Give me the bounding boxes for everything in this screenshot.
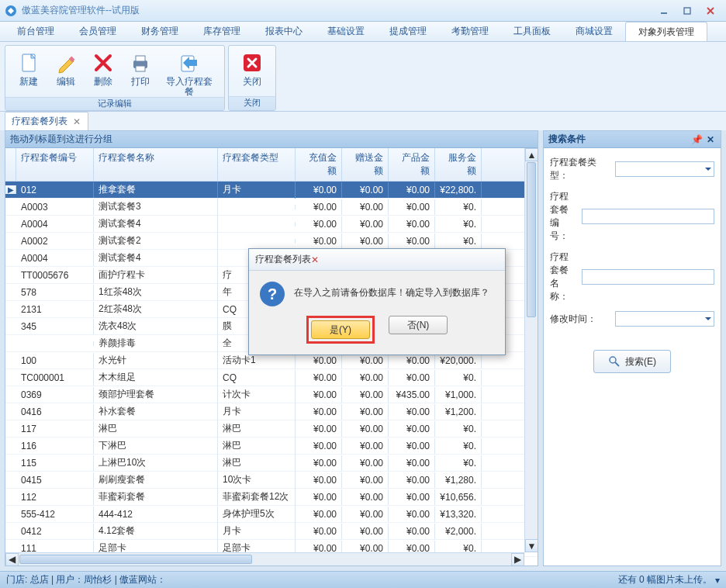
new-button[interactable]: 新建 [13, 49, 44, 97]
grid-header-row: 疗程套餐编号 疗程套餐名称 疗程套餐类型 充值金额 赠送金额 产品金额 服务金额 [5, 148, 538, 182]
pin-icon[interactable]: 📌 [691, 134, 702, 145]
field-label: 疗程套餐编号： [550, 190, 577, 243]
table-row[interactable]: A0002测试套餐2¥0.00¥0.00¥0.00¥0. [5, 233, 538, 250]
cell-id: 100 [16, 353, 94, 368]
cell-name: 面护疗程卡 [94, 266, 218, 284]
menu-item[interactable]: 提成管理 [377, 22, 439, 41]
menu-item[interactable]: 基础设置 [315, 22, 377, 41]
close-window-button[interactable] [700, 4, 721, 18]
grid-body[interactable]: ▶012推拿套餐月卡¥0.00¥0.00¥0.00¥22,800.A0003测试… [5, 182, 538, 566]
yes-button[interactable]: 是(Y) [311, 320, 370, 339]
print-button[interactable]: 打印 [125, 49, 156, 97]
table-row[interactable]: 116下淋巴淋巴¥0.00¥0.00¥0.00¥0. [5, 438, 538, 455]
cell-type: 淋巴 [218, 420, 296, 438]
close-panel-icon[interactable]: ✕ [705, 134, 716, 145]
cell-amount: ¥0.00 [389, 233, 435, 249]
table-row[interactable]: 0369颈部护理套餐计次卡¥0.00¥0.00¥435.00¥1,000. [5, 386, 538, 403]
table-row[interactable]: ▶012推拿套餐月卡¥0.00¥0.00¥0.00¥22,800. [5, 182, 538, 199]
close-button[interactable]: 关闭 [237, 49, 268, 96]
cell-amount: ¥13,320. [435, 507, 482, 522]
table-row[interactable]: 555-412444-412身体护理5次¥0.00¥0.00¥0.00¥13,3… [5, 506, 538, 523]
column-header[interactable]: 赠送金额 [342, 148, 389, 181]
close-tab-icon[interactable]: ✕ [72, 117, 81, 126]
modify-time-combo[interactable] [615, 311, 714, 327]
package-type-combo[interactable] [615, 161, 714, 177]
menu-item[interactable]: 报表中心 [253, 22, 315, 41]
column-header[interactable]: 疗程套餐类型 [218, 148, 296, 181]
scroll-down-arrow-icon[interactable]: ▼ [525, 539, 538, 552]
cell-amount: ¥0.00 [296, 233, 342, 249]
minimize-button[interactable] [653, 4, 675, 18]
menu-item[interactable]: 商城设置 [563, 22, 625, 41]
table-row[interactable]: A0003测试套餐3¥0.00¥0.00¥0.00¥0. [5, 199, 538, 216]
cell-name: 菲蜜莉套餐 [94, 488, 218, 506]
menu-item[interactable]: 工具面板 [501, 22, 563, 41]
package-id-input[interactable] [582, 209, 714, 224]
cell-amount: ¥0.00 [389, 524, 435, 539]
cell-name: 推拿套餐 [94, 182, 218, 199]
delete-button[interactable]: 删除 [88, 49, 119, 97]
cell-id: 116 [16, 438, 94, 454]
cell-name: 颈部护理套餐 [94, 386, 218, 403]
table-row[interactable]: 0415刷刷瘦套餐10次卡¥0.00¥0.00¥0.00¥1,280. [5, 472, 538, 489]
scroll-thumb[interactable] [19, 555, 252, 564]
cell-amount: ¥0.00 [342, 370, 389, 386]
menu-item[interactable]: 对象列表管理 [625, 22, 707, 41]
column-header[interactable]: 疗程套餐编号 [16, 148, 94, 181]
scroll-thumb[interactable] [527, 162, 536, 317]
table-row[interactable]: A0004测试套餐4¥0.00¥0.00¥0.00¥0. [5, 216, 538, 233]
menu-item[interactable]: 前台管理 [5, 22, 67, 41]
new-file-icon [16, 50, 41, 75]
no-button[interactable]: 否(N) [389, 316, 448, 334]
menu-item[interactable]: 会员管理 [67, 22, 129, 41]
cell-amount: ¥0.00 [342, 421, 389, 437]
column-header[interactable]: 产品金额 [389, 148, 435, 181]
table-row[interactable]: 115上淋巴10次淋巴¥0.00¥0.00¥0.00¥0. [5, 455, 538, 472]
menu-item[interactable]: 考勤管理 [439, 22, 501, 41]
chevron-down-icon[interactable]: ▾ [715, 575, 720, 586]
table-row[interactable]: TC000001木木组足CQ¥0.00¥0.00¥0.00¥0. [5, 369, 538, 386]
cell-id: A0002 [16, 233, 94, 249]
maximize-button[interactable] [676, 4, 698, 18]
group-by-hint[interactable]: 拖动列标题到这进行分组 [5, 131, 538, 148]
scroll-up-arrow-icon[interactable]: ▲ [525, 148, 538, 161]
package-name-input[interactable] [582, 269, 714, 285]
field-label: 疗程套餐名称： [550, 251, 577, 303]
edit-button[interactable]: 编辑 [50, 49, 81, 97]
menu-item[interactable]: 库存管理 [191, 22, 253, 41]
cell-amount: ¥0. [435, 199, 482, 215]
column-header[interactable]: 充值金额 [296, 148, 342, 181]
cell-amount: ¥2,000. [435, 524, 482, 539]
menu-item[interactable]: 财务管理 [129, 22, 191, 41]
scroll-left-arrow-icon[interactable]: ◀ [5, 553, 19, 566]
dialog-close-icon[interactable]: ✕ [311, 254, 319, 265]
dialog-titlebar[interactable]: 疗程套餐列表 ✕ [249, 249, 505, 271]
table-row[interactable]: 117淋巴淋巴¥0.00¥0.00¥0.00¥0. [5, 420, 538, 438]
column-header[interactable]: 疗程套餐名称 [94, 148, 218, 181]
window-title: 傲蓝美容院管理软件--试用版 [22, 4, 140, 17]
cell-type: 月卡 [218, 182, 296, 199]
table-row[interactable]: 04124.12套餐月卡¥0.00¥0.00¥0.00¥2,000. [5, 523, 538, 540]
horizontal-scrollbar[interactable]: ◀ ▶ [5, 552, 524, 566]
cell-amount: ¥0. [435, 455, 482, 471]
scroll-right-arrow-icon[interactable]: ▶ [511, 553, 524, 566]
cell-amount: ¥10,656. [435, 489, 482, 505]
search-button[interactable]: 搜索(E) [593, 350, 671, 373]
cell-id: 2131 [16, 302, 94, 317]
yes-button-label: 是(Y) [330, 323, 351, 337]
import-button[interactable]: 导入疗程套餐 [162, 49, 216, 97]
cell-amount: ¥0.00 [342, 182, 389, 198]
question-icon: ? [260, 282, 285, 306]
column-header[interactable]: 服务金额 [435, 148, 482, 181]
cell-type: 淋巴 [218, 454, 296, 472]
ribbon-btn-label: 导入疗程套餐 [162, 77, 216, 97]
vertical-scrollbar[interactable]: ▲ ▼ [524, 148, 538, 552]
cell-id: A0004 [16, 216, 94, 232]
table-row[interactable]: 0416补水套餐月卡¥0.00¥0.00¥0.00¥1,200. [5, 403, 538, 420]
cell-amount: ¥0.00 [342, 387, 389, 403]
cell-name: 水光针 [94, 351, 218, 369]
cell-name: 刷刷瘦套餐 [94, 471, 218, 489]
document-tab[interactable]: 疗程套餐列表 ✕ [5, 112, 88, 130]
table-row[interactable]: 112菲蜜莉套餐菲蜜莉套餐12次¥0.00¥0.00¥0.00¥10,656. [5, 489, 538, 506]
cell-amount: ¥0.00 [389, 455, 435, 471]
